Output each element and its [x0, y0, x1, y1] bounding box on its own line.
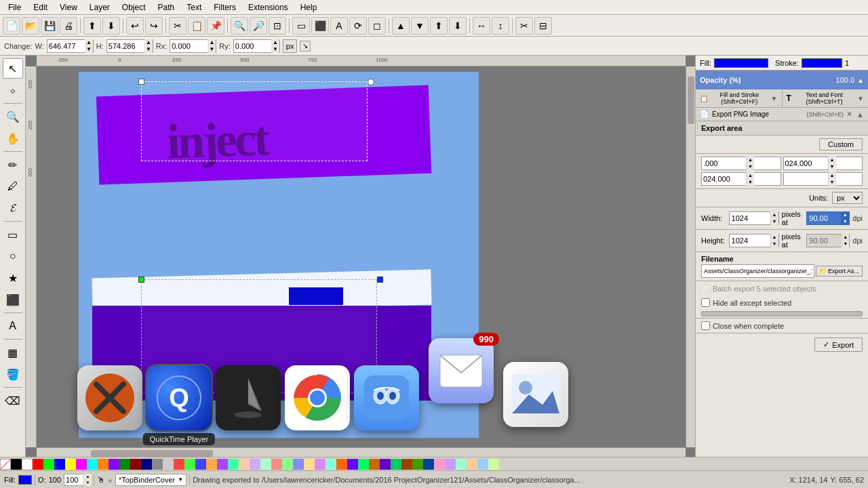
ps-wisteria[interactable] — [315, 459, 326, 470]
ps-magenta[interactable] — [76, 459, 87, 470]
height-dpi-input[interactable] — [807, 237, 841, 245]
x1-input[interactable] — [702, 175, 746, 183]
tool-text[interactable]: A — [3, 316, 23, 336]
tab-fill-stroke[interactable]: 📋 Fill and Stroke (Shift+Ctrl+F) ▼ — [696, 89, 783, 107]
menu-view[interactable]: View — [54, 1, 83, 14]
flip-v-btn[interactable]: ↕ — [492, 17, 509, 35]
selection-handle-tr[interactable] — [368, 79, 374, 85]
ps-periwinkle[interactable] — [445, 459, 456, 470]
opacity-spin-up[interactable]: ▲ — [83, 474, 92, 480]
export-expand-btn[interactable]: ▲ — [856, 110, 864, 119]
hscroll-thumb[interactable] — [91, 450, 213, 457]
tool-pan[interactable]: ✋ — [3, 128, 23, 148]
batch-export-checkbox[interactable] — [701, 284, 710, 293]
ps-navy[interactable] — [141, 459, 152, 470]
ps-mint[interactable] — [228, 459, 239, 470]
ps-carrot[interactable] — [336, 459, 347, 470]
print-btn[interactable]: 🖨 — [60, 17, 77, 35]
close-complete-checkbox[interactable] — [701, 321, 710, 330]
dock-icon-inkscape[interactable] — [216, 365, 281, 430]
canvas[interactable]: inject — [37, 66, 686, 447]
menu-file[interactable]: File — [3, 1, 26, 14]
stroke-swatch[interactable] — [802, 58, 842, 68]
ps-plum[interactable] — [380, 459, 391, 470]
tool-gradient[interactable]: ▦ — [3, 342, 23, 363]
ps-cornflower[interactable] — [293, 459, 304, 470]
opacity-input[interactable] — [64, 476, 83, 484]
fill-swatch[interactable] — [714, 58, 768, 68]
ps-brown[interactable] — [369, 459, 380, 470]
paste-btn[interactable]: 📌 — [207, 17, 224, 35]
h-spin-down[interactable]: ▼ — [144, 46, 153, 53]
width-dpi-input[interactable] — [807, 214, 841, 222]
horizontal-scrollbar[interactable] — [37, 447, 686, 457]
dock-icon-chrome[interactable] — [285, 365, 350, 430]
tool-select[interactable]: ↖ — [3, 58, 23, 79]
ps-lightgray[interactable] — [163, 459, 174, 470]
crop-btn[interactable]: ⊟ — [534, 17, 552, 35]
scissors-btn[interactable]: ✂ — [515, 17, 533, 35]
ry-input[interactable] — [234, 42, 271, 50]
ps-blush[interactable] — [434, 459, 445, 470]
y1-input[interactable] — [784, 175, 828, 183]
ps-sage[interactable] — [282, 459, 293, 470]
text-btn[interactable]: A — [330, 17, 348, 35]
w-spin-down[interactable]: ▼ — [85, 46, 93, 53]
export-button[interactable]: ✓ Export — [814, 338, 863, 352]
opacity-spin-down[interactable]: ▼ — [83, 480, 92, 486]
opacity-bar[interactable]: Opacity (%) 100.0 ▲ — [696, 70, 868, 89]
image-viewer-icon[interactable] — [503, 362, 568, 427]
snap-icon[interactable]: ↘ — [300, 41, 311, 52]
height-spin-up[interactable]: ▲ — [770, 234, 778, 241]
tool-eraser[interactable]: ⌫ — [3, 390, 23, 411]
undo-btn[interactable]: ↩ — [126, 17, 144, 35]
ps-lightred[interactable] — [174, 459, 184, 470]
ps-aqua[interactable] — [260, 459, 271, 470]
menu-help[interactable]: Help — [295, 1, 323, 14]
w-spin-up[interactable]: ▲ — [85, 39, 93, 46]
height-input[interactable] — [730, 237, 770, 245]
layer-name[interactable]: *TopBinderCover — [119, 476, 175, 484]
rx-spin-up[interactable]: ▲ — [208, 39, 216, 46]
ps-lightblue[interactable] — [195, 459, 206, 470]
tool-3d[interactable]: ⬛ — [3, 289, 23, 310]
h-spin-up[interactable]: ▲ — [144, 39, 153, 46]
width-spin-up[interactable]: ▲ — [770, 211, 778, 218]
h-input[interactable] — [107, 42, 144, 50]
vscroll-thumb[interactable] — [688, 77, 694, 124]
width-dpi-spin-up[interactable]: ▲ — [841, 211, 849, 218]
status-fill-swatch[interactable] — [18, 475, 32, 485]
ps-green[interactable] — [119, 459, 130, 470]
import-btn[interactable]: ⬆ — [83, 17, 101, 35]
ps-lightgreen[interactable] — [184, 459, 195, 470]
export-btn-tb[interactable]: ⬇ — [102, 17, 120, 35]
ps-peach[interactable] — [239, 459, 250, 470]
text-font-close[interactable]: ▼ — [857, 95, 864, 102]
ps-cyan[interactable] — [87, 459, 98, 470]
ps-turquoise[interactable] — [456, 459, 467, 470]
dock-icon-finder[interactable] — [354, 365, 419, 430]
transform-btn[interactable]: ⟳ — [349, 17, 367, 35]
ps-white[interactable] — [22, 459, 33, 470]
rx-spin-down[interactable]: ▼ — [208, 46, 216, 53]
x0-spin-up[interactable]: ▲ — [746, 157, 754, 163]
ry-spin-down[interactable]: ▼ — [271, 46, 279, 53]
rx-input[interactable] — [170, 42, 208, 50]
ps-pink[interactable] — [271, 459, 282, 470]
custom-button[interactable]: Custom — [819, 138, 863, 150]
ps-jade[interactable] — [391, 459, 401, 470]
ps-gold[interactable] — [304, 459, 315, 470]
ps-olive[interactable] — [412, 459, 423, 470]
ps-yellow[interactable] — [65, 459, 76, 470]
height-spin-down[interactable]: ▼ — [770, 241, 778, 247]
menu-object[interactable]: Object — [117, 1, 151, 14]
menu-edit[interactable]: Edit — [28, 1, 53, 14]
ps-honeydew[interactable] — [488, 459, 499, 470]
width-dpi-spin-down[interactable]: ▼ — [841, 218, 849, 225]
y1-spin-up[interactable]: ▲ — [828, 172, 836, 179]
flip-h-btn[interactable]: ↔ — [473, 17, 490, 35]
ps-black[interactable] — [11, 459, 22, 470]
ps-blue[interactable] — [54, 459, 65, 470]
x1-spin-up[interactable]: ▲ — [746, 172, 754, 179]
tool-ellipse[interactable]: ○ — [3, 246, 23, 266]
